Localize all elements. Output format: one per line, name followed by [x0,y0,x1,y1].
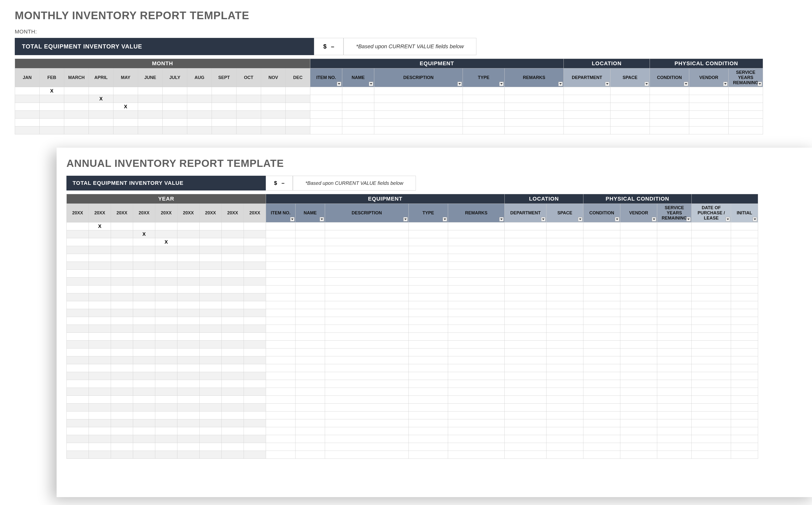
cell[interactable] [155,451,177,459]
cell[interactable] [657,333,692,341]
cell[interactable] [89,364,111,372]
cell[interactable] [200,278,222,286]
filter-dropdown-icon[interactable] [605,82,609,86]
cell[interactable] [236,87,261,95]
cell[interactable] [111,372,133,380]
cell[interactable] [244,278,266,286]
cell[interactable] [547,411,583,419]
cell[interactable] [692,222,731,230]
cell[interactable] [505,348,547,356]
cell[interactable] [114,87,138,95]
cell[interactable] [448,270,505,278]
cell[interactable] [266,396,295,403]
cell[interactable] [138,127,163,134]
cell[interactable] [448,309,505,317]
cell[interactable] [177,356,200,364]
cell[interactable] [138,111,163,119]
cell[interactable] [133,372,155,380]
cell[interactable] [111,364,133,372]
cell[interactable] [731,348,758,356]
cell[interactable] [89,254,111,262]
cell[interactable] [67,396,89,403]
cell[interactable] [177,309,200,317]
cell[interactable] [67,372,89,380]
cell[interactable] [155,222,177,230]
cell[interactable] [236,127,261,134]
cell[interactable] [448,230,505,238]
cell[interactable] [620,372,657,380]
cell[interactable] [222,309,244,317]
cell[interactable] [620,238,657,246]
cell[interactable] [177,278,200,286]
cell[interactable] [163,103,187,111]
cell[interactable] [409,309,448,317]
cell[interactable] [448,278,505,286]
cell[interactable] [409,278,448,286]
cell[interactable] [610,95,650,103]
filter-dropdown-icon[interactable] [337,82,341,86]
cell[interactable] [325,341,409,348]
cell[interactable] [244,222,266,230]
cell[interactable] [89,396,111,403]
cell[interactable] [244,301,266,309]
cell[interactable] [610,111,650,119]
cell[interactable] [89,119,114,127]
cell[interactable] [295,317,325,325]
cell[interactable] [620,396,657,403]
filter-dropdown-icon[interactable] [403,217,408,221]
cell[interactable] [547,317,583,325]
cell[interactable] [244,372,266,380]
cell[interactable] [133,364,155,372]
cell[interactable] [67,301,89,309]
cell[interactable] [222,317,244,325]
cell[interactable] [222,301,244,309]
cell[interactable] [163,111,187,119]
cell[interactable] [200,246,222,254]
cell[interactable] [505,127,564,134]
filter-dropdown-icon[interactable] [686,217,691,221]
cell[interactable] [261,95,286,103]
cell[interactable] [187,87,212,95]
cell[interactable] [657,238,692,246]
cell[interactable] [295,301,325,309]
cell[interactable] [133,317,155,325]
cell[interactable] [620,286,657,293]
cell[interactable] [692,309,731,317]
cell[interactable] [266,348,295,356]
cell[interactable] [731,341,758,348]
cell[interactable] [244,325,266,333]
cell[interactable] [731,403,758,411]
cell[interactable] [547,278,583,286]
cell[interactable] [67,419,89,427]
cell[interactable] [448,443,505,451]
cell[interactable] [583,230,620,238]
cell[interactable] [731,262,758,270]
cell[interactable] [133,341,155,348]
cell[interactable] [286,103,310,111]
cell[interactable] [731,419,758,427]
cell[interactable] [729,95,763,103]
cell[interactable] [731,254,758,262]
cell[interactable] [295,451,325,459]
cell[interactable] [620,270,657,278]
cell[interactable] [67,246,89,254]
cell[interactable] [67,309,89,317]
cell[interactable] [295,419,325,427]
cell[interactable] [325,238,409,246]
cell[interactable] [163,127,187,134]
cell[interactable] [583,317,620,325]
cell[interactable] [731,451,758,459]
cell[interactable] [266,246,295,254]
cell[interactable] [583,222,620,230]
cell[interactable] [731,278,758,286]
cell[interactable] [89,372,111,380]
cell[interactable] [155,254,177,262]
cell[interactable] [448,246,505,254]
cell[interactable] [342,127,374,134]
cell[interactable] [325,411,409,419]
cell[interactable] [620,278,657,286]
cell[interactable] [547,333,583,341]
cell[interactable] [177,262,200,270]
cell[interactable] [325,443,409,451]
cell[interactable] [325,356,409,364]
